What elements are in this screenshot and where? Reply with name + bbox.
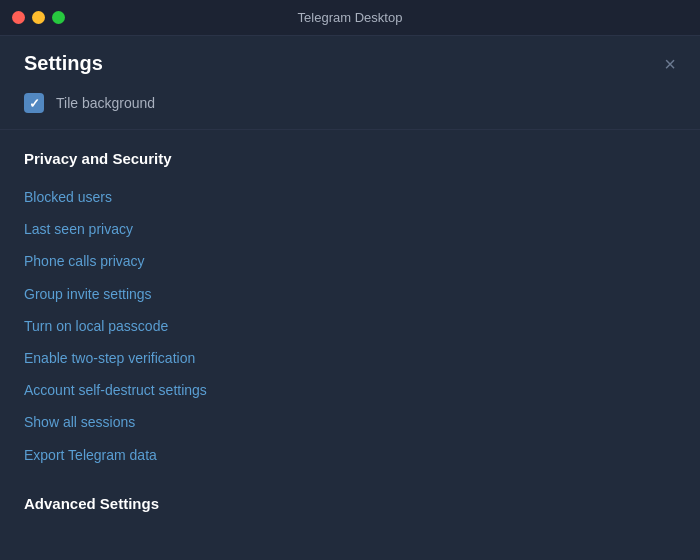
close-window-btn[interactable]	[12, 11, 25, 24]
advanced-section: Advanced Settings	[0, 475, 700, 512]
title-bar: Telegram Desktop	[0, 0, 700, 36]
advanced-section-title: Advanced Settings	[24, 495, 676, 512]
settings-title: Settings	[24, 52, 103, 75]
tile-bg-row[interactable]: Tile background	[0, 85, 700, 130]
menu-item-local-passcode[interactable]: Turn on local passcode	[24, 310, 676, 342]
privacy-section-title: Privacy and Security	[24, 150, 676, 167]
menu-item-phone-calls-privacy[interactable]: Phone calls privacy	[24, 245, 676, 277]
title-bar-text: Telegram Desktop	[298, 10, 403, 25]
menu-item-blocked-users[interactable]: Blocked users	[24, 181, 676, 213]
menu-item-export-data[interactable]: Export Telegram data	[24, 439, 676, 471]
menu-item-show-all-sessions[interactable]: Show all sessions	[24, 406, 676, 438]
window-controls[interactable]	[12, 11, 65, 24]
minimize-window-btn[interactable]	[32, 11, 45, 24]
tile-bg-checkbox[interactable]	[24, 93, 44, 113]
settings-panel: Settings × Tile background Privacy and S…	[0, 36, 700, 560]
settings-close-btn[interactable]: ×	[664, 54, 676, 74]
maximize-window-btn[interactable]	[52, 11, 65, 24]
menu-item-self-destruct-settings[interactable]: Account self-destruct settings	[24, 374, 676, 406]
settings-header: Settings ×	[0, 36, 700, 85]
privacy-section: Privacy and Security Blocked users Last …	[0, 130, 700, 471]
menu-item-group-invite-settings[interactable]: Group invite settings	[24, 278, 676, 310]
menu-item-two-step-verification[interactable]: Enable two-step verification	[24, 342, 676, 374]
tile-bg-label: Tile background	[56, 95, 155, 111]
menu-item-last-seen-privacy[interactable]: Last seen privacy	[24, 213, 676, 245]
